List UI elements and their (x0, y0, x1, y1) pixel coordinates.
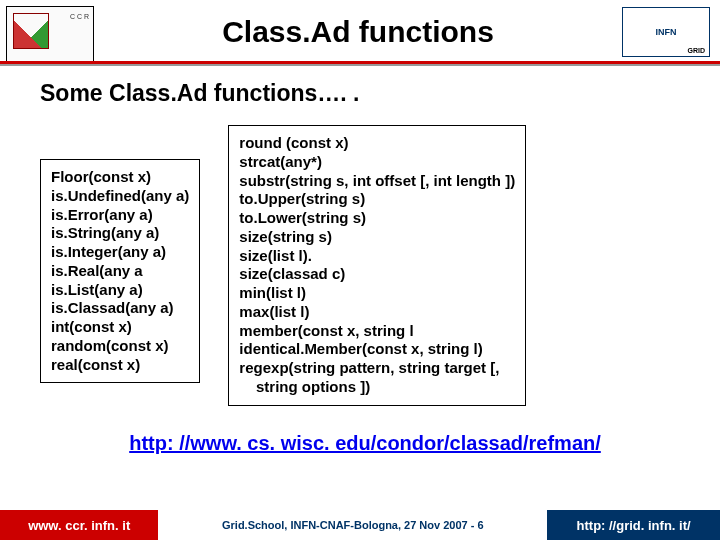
ccr-logo: C C R (6, 6, 94, 62)
infn-logo: INFN (622, 7, 710, 57)
functions-left-box: Floor(const x) is.Undefined(any a) is.Er… (40, 159, 200, 383)
ccr-logo-text: C C R (70, 13, 89, 21)
infn-logo-text: INFN (656, 27, 677, 37)
footer-left-link[interactable]: www. ccr. infn. it (0, 518, 158, 533)
footer-right-link[interactable]: http: //grid. infn. it/ (547, 518, 720, 533)
header: C C R Class.Ad functions INFN (0, 0, 720, 66)
footer: www. ccr. infn. it Grid.School, INFN-CNA… (0, 510, 720, 540)
content-area: Some Class.Ad functions…. . Floor(const … (0, 66, 720, 455)
reference-link[interactable]: http: //www. cs. wisc. edu/condor/classa… (40, 432, 690, 455)
header-divider (0, 61, 720, 64)
slide-title: Class.Ad functions (94, 15, 622, 49)
footer-slide-info: Grid.School, INFN-CNAF-Bologna, 27 Nov 2… (158, 519, 547, 531)
function-boxes: Floor(const x) is.Undefined(any a) is.Er… (40, 125, 690, 406)
subtitle: Some Class.Ad functions…. . (40, 80, 690, 107)
functions-right-box: round (const x) strcat(any*) substr(stri… (228, 125, 526, 406)
